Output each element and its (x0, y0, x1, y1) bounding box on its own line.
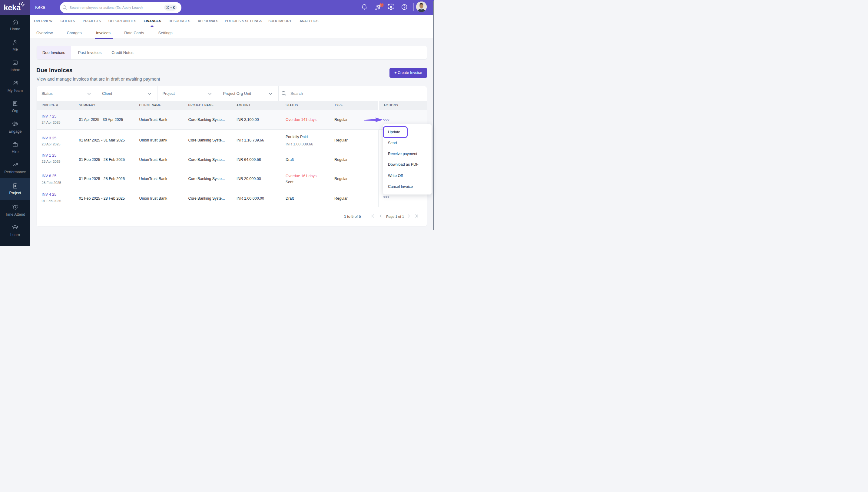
svg-text:keka: keka (4, 3, 21, 12)
